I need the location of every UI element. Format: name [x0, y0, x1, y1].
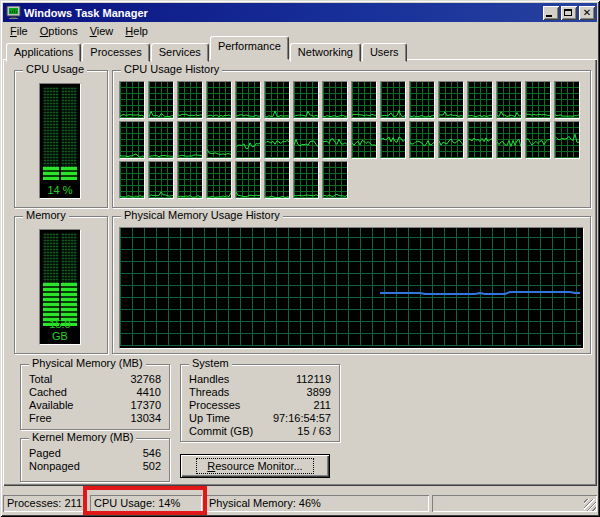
- cpu-history-graph: [235, 161, 261, 199]
- stat-row: Commit (GB)15 / 63: [189, 425, 331, 438]
- cpu-history-graph: [264, 121, 290, 159]
- cpu-history-graph: [148, 161, 174, 199]
- kernel-memory-group-label: Kernel Memory (MB): [29, 431, 136, 443]
- cpu-history-group: CPU Usage History: [112, 70, 591, 208]
- cpu-history-graph: [206, 121, 232, 159]
- status-cpu-usage: CPU Usage: 14%: [90, 495, 202, 512]
- tab-services[interactable]: Services: [151, 43, 209, 62]
- cpu-history-graph: [467, 81, 493, 119]
- cpu-usage-group: CPU Usage 14 %: [14, 70, 108, 208]
- stat-label: Handles: [189, 373, 229, 386]
- cpu-history-graph: [119, 121, 145, 159]
- stat-value: 3899: [307, 386, 331, 399]
- cpu-history-graph: [264, 161, 290, 199]
- stat-row: Total32768: [29, 373, 161, 386]
- stat-label: Free: [29, 412, 52, 425]
- stat-label: Paged: [29, 447, 61, 460]
- status-physical-memory: Physical Memory: 46%: [205, 495, 429, 512]
- cpu-history-graph: [177, 81, 203, 119]
- menu-item-view[interactable]: View: [84, 23, 120, 39]
- title-bar[interactable]: Windows Task Manager ✕: [3, 3, 597, 22]
- minimize-button[interactable]: [543, 6, 559, 20]
- stat-value: 97:16:54:57: [273, 412, 331, 425]
- menu-item-help[interactable]: Help: [119, 23, 154, 39]
- task-manager-window: Windows Task Manager ✕ FileOptionsViewHe…: [0, 0, 600, 517]
- stat-row: Available17370: [29, 399, 161, 412]
- cpu-history-graph: [409, 121, 435, 159]
- cpu-history-graph: [496, 121, 522, 159]
- maximize-button[interactable]: [561, 6, 577, 20]
- memory-gauge: 15.0 GB: [39, 229, 81, 345]
- tab-networking[interactable]: Networking: [290, 43, 361, 62]
- memory-group: Memory 15.0 GB: [14, 216, 108, 354]
- cpu-history-graph: [438, 81, 464, 119]
- tab-applications[interactable]: Applications: [6, 43, 81, 62]
- memory-history-graph: [119, 227, 584, 349]
- stat-label: Available: [29, 399, 73, 412]
- cpu-usage-group-label: CPU Usage: [23, 63, 87, 75]
- system-group: System Handles112119Threads3899Processes…: [180, 364, 340, 442]
- tab-performance[interactable]: Performance: [210, 36, 289, 60]
- cpu-history-graph: [351, 81, 377, 119]
- memory-group-label: Memory: [23, 209, 69, 221]
- stat-value: 32768: [130, 373, 161, 386]
- stat-row: Up Time97:16:54:57: [189, 412, 331, 425]
- stat-label: Nonpaged: [29, 460, 80, 473]
- stat-row: Nonpaged502: [29, 460, 161, 473]
- system-group-label: System: [189, 357, 232, 369]
- physical-memory-group: Physical Memory (MB) Total32768Cached441…: [20, 364, 170, 430]
- cpu-history-graph: [322, 81, 348, 119]
- stat-value: 211: [313, 399, 331, 412]
- menu-item-file[interactable]: File: [4, 23, 34, 39]
- cpu-usage-value: 14 %: [40, 184, 80, 196]
- stat-label: Up Time: [189, 412, 230, 425]
- cpu-history-graph: [380, 81, 406, 119]
- stat-label: Cached: [29, 386, 67, 399]
- cpu-usage-gauge: 14 %: [39, 83, 81, 199]
- resize-grip-icon[interactable]: [584, 499, 596, 511]
- maximize-icon: [564, 9, 572, 16]
- stat-value: 4410: [137, 386, 161, 399]
- menu-bar: FileOptionsViewHelp: [3, 22, 597, 40]
- tab-processes[interactable]: Processes: [82, 43, 149, 62]
- stat-label: Commit (GB): [189, 425, 253, 438]
- cpu-history-graph: [293, 121, 319, 159]
- cpu-history-group-label: CPU Usage History: [121, 63, 222, 75]
- cpu-history-graph: [380, 121, 406, 159]
- cpu-history-graph: [119, 161, 145, 199]
- physical-memory-group-label: Physical Memory (MB): [29, 357, 146, 369]
- cpu-history-graph: [293, 81, 319, 119]
- status-bar: Processes: 211 CPU Usage: 14% Physical M…: [3, 488, 597, 514]
- memory-history-group-label: Physical Memory Usage History: [121, 209, 283, 221]
- tab-users[interactable]: Users: [362, 43, 407, 62]
- cpu-history-graph: [322, 121, 348, 159]
- cpu-history-graph: [322, 161, 348, 199]
- cpu-history-graph: [496, 81, 522, 119]
- stat-label: Threads: [189, 386, 229, 399]
- cpu-history-graph: [351, 121, 377, 159]
- stat-value: 502: [143, 460, 161, 473]
- gauge-divider: [59, 84, 61, 180]
- cpu-history-graph: [206, 81, 232, 119]
- cpu-history-graph: [438, 121, 464, 159]
- resource-monitor-button-label: Resource Monitor...: [197, 459, 312, 473]
- close-button[interactable]: ✕: [579, 6, 595, 20]
- stat-value: 13034: [130, 412, 161, 425]
- stat-label: Processes: [189, 399, 240, 412]
- status-processes: Processes: 211: [3, 495, 87, 512]
- cpu-history-graph: [148, 81, 174, 119]
- stat-label: Total: [29, 373, 52, 386]
- stat-row: Free13034: [29, 412, 161, 425]
- cpu-history-graph: [235, 121, 261, 159]
- cpu-history-graph: [554, 81, 580, 119]
- cpu-history-graph: [148, 121, 174, 159]
- stat-value: 17370: [130, 399, 161, 412]
- resource-monitor-button[interactable]: Resource Monitor...: [180, 454, 330, 478]
- menu-item-options[interactable]: Options: [34, 23, 84, 39]
- cpu-history-graph: [206, 161, 232, 199]
- cpu-history-graph: [525, 81, 551, 119]
- stat-row: Processes211: [189, 399, 331, 412]
- memory-history-group: Physical Memory Usage History: [112, 216, 591, 354]
- memory-value: 15.0 GB: [40, 318, 80, 342]
- window-title: Windows Task Manager: [24, 7, 543, 19]
